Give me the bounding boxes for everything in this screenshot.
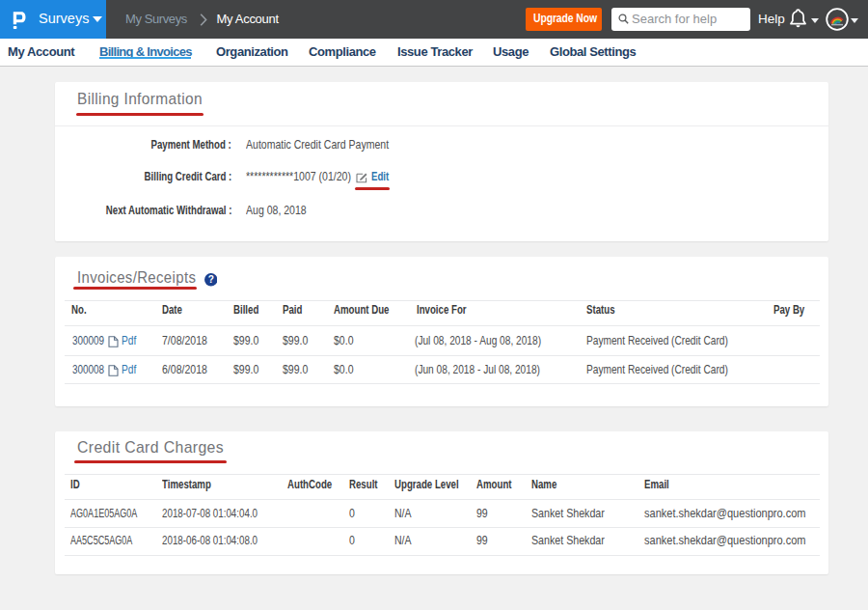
- svg-text:?: ?: [207, 274, 213, 285]
